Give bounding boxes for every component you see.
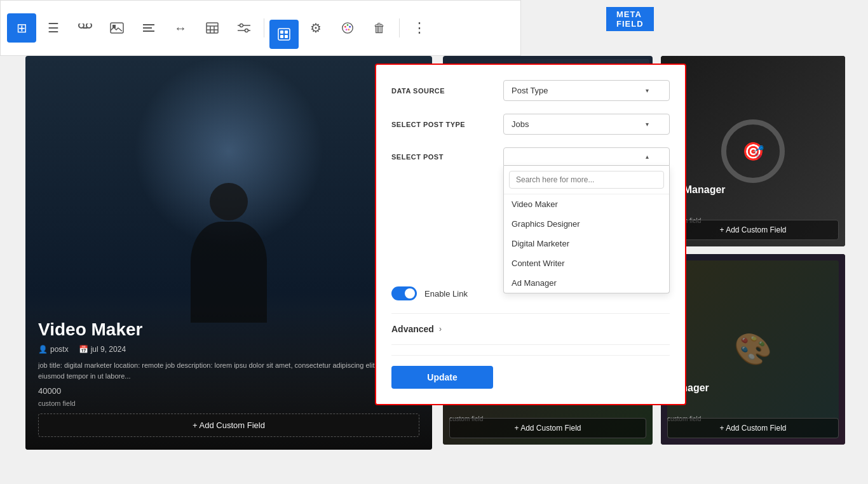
data-source-row: DATA SOURCE Post Type ▾ <box>391 80 670 101</box>
update-button[interactable]: Update <box>391 366 493 389</box>
image-button[interactable] <box>102 13 132 43</box>
sliders-button[interactable] <box>229 13 259 43</box>
toolbar: ⊞ ☰ ↔ META FIELD ⚙ 🗑 ⋮ <box>0 0 521 56</box>
video-maker-card: Video Maker 👤 postx 📅 jul 9, 2024 job ti… <box>25 56 432 450</box>
dropdown-item-content-writer[interactable]: Content Writer <box>504 253 669 273</box>
svg-rect-5 <box>207 23 218 33</box>
svg-point-13 <box>245 29 248 32</box>
dropdown-item-digital-marketer[interactable]: Digital Marketer <box>504 234 669 253</box>
manager-add-btn[interactable]: + Add Custom Field <box>667 418 839 438</box>
select-post-type-select[interactable]: Jobs ▾ <box>503 114 670 135</box>
video-maker-card-overlay: Video Maker 👤 postx 📅 jul 9, 2024 job ti… <box>25 307 432 450</box>
toggle-knob <box>405 288 415 299</box>
post-type-chevron: ▾ <box>646 121 649 128</box>
svg-point-22 <box>349 26 351 28</box>
palette-button[interactable] <box>333 13 362 43</box>
advanced-label: Advanced <box>391 324 434 334</box>
video-maker-add-btn[interactable]: + Add Custom Field <box>38 413 419 437</box>
meta-field-button[interactable] <box>269 20 299 49</box>
select-post-wrapper: ▴ Video Maker Graphics Designer Digital … <box>503 147 670 166</box>
gear-button[interactable]: ⚙ <box>301 13 330 43</box>
delete-button[interactable]: 🗑 <box>365 13 394 43</box>
grid-view-button[interactable]: ⊞ <box>7 13 36 43</box>
data-source-label: DATA SOURCE <box>391 87 493 95</box>
svg-rect-18 <box>285 35 288 38</box>
svg-point-23 <box>348 29 349 30</box>
svg-rect-16 <box>285 30 288 34</box>
svg-point-21 <box>347 24 349 26</box>
author-meta: 👤 postx <box>38 345 69 354</box>
dropdown-item-video-maker[interactable]: Video Maker <box>504 194 669 214</box>
select-post-chevron: ▴ <box>646 153 649 160</box>
ad-manager-card: 🎯 Ad Manager 00 custom field + Add Custo… <box>661 56 845 246</box>
video-maker-price: 40000 <box>38 386 419 396</box>
toolbar-divider-2 <box>399 18 400 37</box>
list-view-button[interactable]: ☰ <box>39 13 68 43</box>
date-meta: 📅 jul 9, 2024 <box>79 345 126 354</box>
post-dropdown: Video Maker Graphics Designer Digital Ma… <box>503 166 670 293</box>
data-source-value: Post Type <box>512 86 548 95</box>
dropdown-item-graphics-designer[interactable]: Graphics Designer <box>504 214 669 234</box>
align-button[interactable] <box>134 13 163 43</box>
dropdown-search-container <box>504 166 669 194</box>
select-post-label: SELECT POST <box>391 153 493 161</box>
expand-button[interactable]: ↔ <box>166 13 195 43</box>
more-options-button[interactable]: ⋮ <box>405 13 434 43</box>
toolbar-divider <box>264 18 264 37</box>
video-maker-custom-field: custom field <box>38 400 419 407</box>
enable-link-toggle[interactable] <box>391 286 417 300</box>
select-post-type-row: SELECT POST TYPE Jobs ▾ <box>391 114 670 135</box>
table-button[interactable] <box>198 13 227 43</box>
link-button[interactable] <box>71 13 100 43</box>
select-post-type-label: SELECT POST TYPE <box>391 121 493 128</box>
meta-field-label: META FIELD <box>606 7 654 31</box>
select-post-row: SELECT POST ▴ Video Maker Graphics Desig… <box>391 147 670 166</box>
card-bottom-1-add-btn[interactable]: + Add Custom Field <box>449 418 646 438</box>
panel-divider-2 <box>391 355 670 356</box>
post-type-value: Jobs <box>512 119 529 129</box>
select-post-select[interactable]: ▴ <box>503 147 670 166</box>
data-source-select-wrapper: Post Type ▾ <box>503 80 670 101</box>
settings-panel: DATA SOURCE Post Type ▾ SELECT POST TYPE… <box>375 64 686 405</box>
panel-divider <box>391 313 670 314</box>
data-source-chevron: ▾ <box>646 87 649 94</box>
svg-rect-17 <box>280 35 283 38</box>
select-post-type-wrapper: Jobs ▾ <box>503 114 670 135</box>
svg-rect-15 <box>280 30 283 34</box>
card-bottom-2: 🎨 Manager 00 custom field + Add Custom F… <box>661 254 845 445</box>
svg-point-12 <box>240 24 243 27</box>
enable-link-label: Enable Link <box>424 289 468 299</box>
advanced-section: Advanced › <box>391 324 670 345</box>
svg-point-20 <box>344 26 346 28</box>
svg-point-24 <box>346 29 348 30</box>
video-maker-desc: job title: digital marketer location: re… <box>38 360 419 381</box>
data-source-select[interactable]: Post Type ▾ <box>503 80 670 101</box>
video-maker-title: Video Maker <box>38 319 419 340</box>
ad-manager-add-btn[interactable]: + Add Custom Field <box>667 220 839 240</box>
dropdown-item-ad-manager[interactable]: Ad Manager <box>504 273 669 293</box>
video-maker-meta: 👤 postx 📅 jul 9, 2024 <box>38 345 419 354</box>
advanced-chevron-icon: › <box>439 325 442 333</box>
dropdown-search-input[interactable] <box>509 171 664 189</box>
svg-rect-14 <box>278 29 290 40</box>
